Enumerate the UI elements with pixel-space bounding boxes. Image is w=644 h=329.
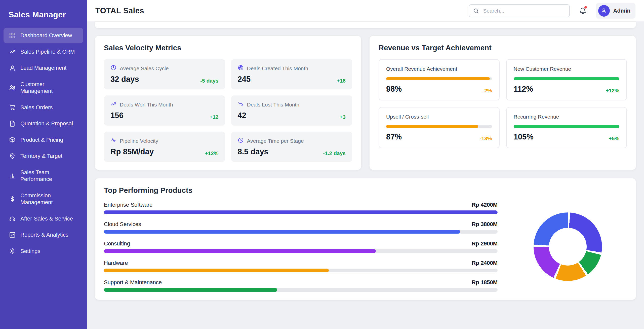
metric-label: Average Sales Cycle: [120, 65, 169, 71]
clock-icon: [110, 65, 116, 72]
sidebar-item-label: Product & Pricing: [20, 136, 63, 143]
sidebar-item-label: Quotation & Proposal: [20, 120, 73, 127]
metric-value: 156: [110, 111, 124, 120]
metric-deals-lost: Deals Lost This Month 42+3: [231, 95, 352, 126]
kpi-new-customer-revenue: New Customer Revenue 112%+12%: [506, 59, 627, 100]
user-name: Admin: [613, 8, 630, 14]
product-row: HardwareRp 2400M: [104, 260, 498, 272]
product-value: Rp 4200M: [472, 202, 498, 208]
metric-average-time-per-stage: Average Time per Stage 8.5 days-1.2 days: [231, 132, 352, 162]
notification-dot: [584, 6, 587, 9]
bar-fill: [104, 288, 277, 292]
kpi-overall-revenue-achievement: Overall Revenue Achievement 98%-2%: [379, 59, 500, 100]
search-icon: [473, 8, 479, 14]
users-icon: [9, 84, 16, 91]
app-brand: Sales Manager: [0, 0, 87, 26]
product-name: Hardware: [104, 260, 128, 266]
sidebar-item-quotation-proposal[interactable]: Quotation & Proposal: [4, 116, 83, 131]
box-icon: [9, 136, 16, 143]
bar-track: [104, 269, 498, 272]
progress-fill: [514, 125, 620, 128]
notifications-button[interactable]: [577, 5, 589, 17]
kpi-value: 98%: [386, 85, 402, 94]
sidebar: Sales Manager Dashboard Overview Sales P…: [0, 0, 87, 329]
metric-value: 32 days: [110, 75, 139, 84]
kpi-recurring-revenue: Recurring Revenue 105%+5%: [506, 107, 627, 148]
page-title: TOTAL Sales: [95, 6, 144, 15]
cart-icon: [9, 104, 16, 111]
bar-fill: [104, 269, 329, 272]
sidebar-item-label: Territory & Target: [20, 153, 62, 160]
product-name: Support & Maintenance: [104, 279, 162, 286]
sidebar-item-product-pricing[interactable]: Product & Pricing: [4, 132, 83, 148]
card-title: Revenue vs Target Achievement: [379, 44, 627, 52]
product-row: Cloud ServicesRp 3800M: [104, 221, 498, 234]
sidebar-item-sales-orders[interactable]: Sales Orders: [4, 100, 83, 115]
sidebar-item-label: Commission Management: [20, 192, 53, 206]
line-chart-icon: [9, 232, 16, 238]
velocity-tile-grid: Average Sales Cycle 32 days-5 days Deals…: [104, 59, 352, 162]
kpi-label: Upsell / Cross-sell: [386, 114, 492, 120]
trending-down-icon: [238, 101, 244, 108]
scrolled-card-remnant: [95, 22, 636, 28]
product-bar-list: Enterprise SoftwareRp 4200M Cloud Servic…: [104, 202, 498, 292]
product-row: Enterprise SoftwareRp 4200M: [104, 202, 498, 214]
progress-fill: [386, 125, 478, 128]
metric-delta: +18: [337, 78, 346, 84]
sales-velocity-card: Sales Velocity Metrics Average Sales Cyc…: [95, 36, 361, 170]
sidebar-item-dashboard-overview[interactable]: Dashboard Overview: [4, 28, 83, 43]
bar-track: [104, 288, 498, 292]
kpi-label: Recurring Revenue: [514, 114, 620, 120]
sidebar-item-label: Settings: [20, 248, 41, 255]
kpi-delta: +12%: [606, 88, 619, 94]
sidebar-item-customer-management[interactable]: Customer Management: [4, 77, 83, 99]
sidebar-item-reports-analytics[interactable]: Reports & Analytics: [4, 227, 83, 242]
header-actions: Admin: [469, 3, 635, 19]
dollar-icon: [9, 196, 16, 202]
sidebar-item-lead-management[interactable]: Lead Management: [4, 60, 83, 76]
metric-pipeline-velocity: Pipeline Velocity Rp 85M/day+12%: [104, 132, 225, 162]
main-content: Sales Velocity Metrics Average Sales Cyc…: [87, 22, 644, 329]
sidebar-item-commission-management[interactable]: Commission Management: [4, 188, 83, 210]
user-icon: [9, 65, 16, 71]
product-value: Rp 3800M: [472, 221, 498, 228]
bar-track: [104, 249, 498, 253]
user-icon: [601, 8, 607, 14]
trending-up-icon: [9, 48, 16, 55]
metric-label: Deals Won This Month: [120, 102, 173, 108]
kpi-label: Overall Revenue Achievement: [386, 66, 492, 72]
sidebar-item-settings[interactable]: Settings: [4, 244, 83, 259]
avatar: [598, 5, 610, 17]
kpi-value: 105%: [514, 132, 534, 141]
metric-value: Rp 85M/day: [110, 147, 154, 156]
product-row: ConsultingRp 2900M: [104, 240, 498, 253]
sidebar-nav: Dashboard Overview Sales Pipeline & CRM …: [0, 26, 87, 261]
sidebar-item-label: Sales Pipeline & CRM: [20, 48, 75, 55]
metric-deals-created: Deals Created This Month 245+18: [231, 59, 352, 89]
metric-deals-won: Deals Won This Month 156+12: [104, 95, 225, 126]
bar-track: [104, 230, 498, 234]
bar-chart-icon: [9, 172, 16, 179]
sidebar-item-label: Customer Management: [20, 81, 53, 95]
search-input[interactable]: [469, 4, 570, 17]
metric-value: 8.5 days: [238, 147, 268, 156]
sidebar-item-sales-team-performance[interactable]: Sales Team Performance: [4, 165, 83, 187]
bar-fill: [104, 210, 498, 214]
products-donut: [534, 212, 602, 281]
product-value: Rp 2400M: [472, 260, 498, 266]
user-menu[interactable]: Admin: [596, 3, 635, 19]
sidebar-item-sales-pipeline-crm[interactable]: Sales Pipeline & CRM: [4, 44, 83, 59]
sidebar-item-territory-target[interactable]: Territory & Target: [4, 149, 83, 164]
kpi-value: 87%: [386, 132, 402, 141]
document-icon: [9, 120, 16, 127]
revenue-tile-grid: Overall Revenue Achievement 98%-2% New C…: [379, 59, 627, 148]
product-name: Consulting: [104, 240, 130, 247]
card-title: Top Performing Products: [104, 186, 627, 195]
metric-value: 245: [238, 75, 251, 84]
metric-delta: +12: [210, 114, 219, 120]
sidebar-item-label: Sales Team Performance: [20, 169, 52, 183]
bar-fill: [104, 230, 460, 234]
progress-fill: [386, 77, 490, 80]
sidebar-item-after-sales-service[interactable]: After-Sales & Service: [4, 211, 83, 226]
metric-label: Deals Lost This Month: [247, 102, 300, 108]
